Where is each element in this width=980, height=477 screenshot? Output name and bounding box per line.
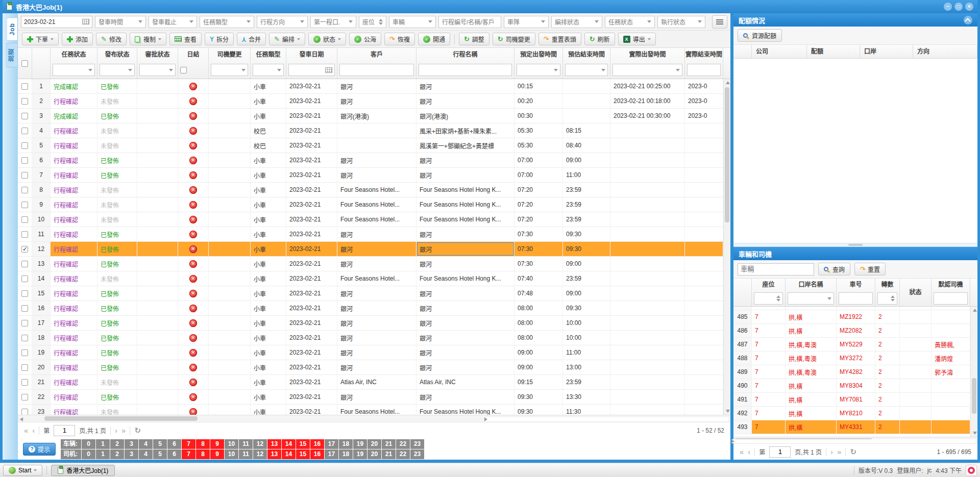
row-checkbox[interactable] bbox=[21, 231, 28, 238]
spin-up-icon[interactable] bbox=[891, 295, 895, 298]
filter-control-8[interactable]: 車隊 bbox=[504, 16, 549, 28]
row-checkbox[interactable] bbox=[21, 349, 28, 356]
filter-select[interactable] bbox=[53, 64, 95, 76]
spin-down-icon[interactable] bbox=[379, 22, 383, 25]
scroll-right-icon[interactable] bbox=[484, 417, 728, 421]
toolbar-button-10[interactable]: ↷恢複 bbox=[384, 33, 415, 45]
start-button[interactable]: Start bbox=[3, 465, 42, 476]
filter-control-7[interactable]: 行程編号/名稱/客戶 bbox=[438, 16, 501, 28]
table-row[interactable]: 11行程確認已發佈✕小車2023-02-21銀河銀河07:3009:30 bbox=[18, 227, 730, 242]
toolbar-button-15[interactable]: ↻刷新 bbox=[584, 33, 615, 45]
spin-down-icon[interactable] bbox=[776, 299, 780, 302]
spin-down-icon[interactable] bbox=[891, 299, 895, 302]
filter-control-1[interactable]: 發車截止 bbox=[149, 16, 197, 28]
prev-page-button[interactable]: ‹ bbox=[32, 426, 35, 435]
row-checkbox[interactable] bbox=[21, 305, 28, 312]
toolbar-button-13[interactable]: ↻司機變更 bbox=[493, 33, 535, 45]
filter-select[interactable] bbox=[517, 64, 560, 76]
toolbar-button-11[interactable]: ✓開通 bbox=[418, 33, 450, 45]
table-row[interactable]: 18行程確認已發佈✕小車2023-02-21銀河銀河08:0010:00 bbox=[18, 331, 730, 345]
filter-select[interactable] bbox=[211, 64, 248, 76]
horizontal-scrollbar[interactable] bbox=[18, 415, 730, 422]
row-checkbox[interactable] bbox=[21, 187, 28, 193]
calendar-icon[interactable] bbox=[82, 19, 89, 24]
table-row[interactable]: 12行程確認已發佈✕小車2023-02-21銀河銀河07:3009:30 bbox=[18, 242, 730, 257]
next-page-button[interactable]: › bbox=[115, 426, 117, 435]
table-row[interactable]: 13行程確認已發佈✕小車2023-02-21銀河銀河07:3009:00 bbox=[18, 257, 730, 271]
row-checkbox[interactable] bbox=[21, 394, 28, 400]
row-checkbox[interactable] bbox=[21, 157, 28, 164]
vehicle-search-button[interactable]: 查詢 bbox=[818, 263, 850, 275]
table-row[interactable]: 3完成確認已發佈✕小車2023-02-21銀河(港澳)銀河(港澳)00:3020… bbox=[18, 109, 730, 123]
table-row[interactable]: 1完成確認已發佈✕小車2023-02-21銀河銀河00:152023-02-21… bbox=[18, 79, 730, 94]
table-row[interactable]: 20行程確認已發佈✕小車2023-02-21銀河銀河09:0013:00 bbox=[18, 360, 730, 375]
toolbar-button-8[interactable]: ✓狀态 bbox=[308, 33, 346, 45]
vehicle-horizontal-scrollbar[interactable] bbox=[733, 437, 977, 443]
table-row[interactable]: 4887拱,橫,粵澳MY32722潘炳煌 bbox=[733, 352, 970, 365]
table-row[interactable]: 4937拱,橫MY43312 bbox=[733, 420, 970, 434]
filter-select[interactable] bbox=[139, 64, 176, 76]
toolbar-button-16[interactable]: X導出 bbox=[618, 33, 656, 45]
filter-input[interactable] bbox=[339, 64, 414, 76]
table-row[interactable]: 4867拱,橫MZ20822 bbox=[733, 324, 970, 338]
table-row[interactable]: 21行程確認未發佈✕小車2023-02-21Atlas Air, INCAtla… bbox=[18, 375, 730, 390]
toolbar-button-2[interactable]: ✎修改 bbox=[96, 33, 127, 45]
table-row[interactable]: 4行程確認未發佈✕校巴2023-02-21風采+田家炳+基新+陳朱素...05:… bbox=[18, 123, 730, 138]
filter-select[interactable] bbox=[253, 64, 284, 76]
taskbar-task-button[interactable]: 香港大巴Job(1) bbox=[51, 465, 115, 476]
vehicle-reset-button[interactable]: ↷ 重置 bbox=[854, 263, 886, 275]
row-checkbox[interactable] bbox=[21, 290, 28, 297]
first-page-button[interactable]: « bbox=[24, 426, 28, 435]
filter-input[interactable] bbox=[419, 64, 512, 76]
scroll-thumb[interactable] bbox=[44, 416, 198, 421]
scroll-up-icon[interactable] bbox=[726, 81, 730, 84]
filter-control-0[interactable]: 發車時間 bbox=[95, 16, 146, 28]
page-input[interactable] bbox=[769, 446, 791, 458]
filter-control-5[interactable]: 座位 bbox=[359, 16, 386, 28]
scroll-down-icon[interactable] bbox=[973, 432, 977, 435]
table-row[interactable]: 8行程確認未發佈✕小車2023-02-21Four Seasons Hotel.… bbox=[18, 183, 730, 197]
vfilter-input[interactable] bbox=[839, 292, 873, 305]
vehicle-vertical-scrollbar[interactable] bbox=[970, 307, 977, 437]
filter-control-4[interactable]: 第一程口. bbox=[310, 16, 356, 28]
table-row[interactable]: 5行程確認未發佈✕校巴2023-02-21鳳溪第一+鄧顯紀念+黃楚標05:300… bbox=[18, 138, 730, 153]
toolbar-button-6[interactable]: Y合并 bbox=[237, 33, 266, 45]
table-row[interactable]: 4857拱,橫MZ19222 bbox=[733, 310, 970, 324]
toolbar-button-12[interactable]: ↻調整 bbox=[459, 33, 489, 45]
grid-menu-button[interactable] bbox=[712, 15, 727, 29]
table-row[interactable]: 6行程確認已發佈✕小車2023-02-21銀河銀河07:0009:00 bbox=[18, 153, 730, 168]
table-row[interactable]: 4897拱,橫,粵澳MY42822郭予濤 bbox=[733, 365, 970, 379]
table-row[interactable]: 7行程確認已發佈✕小車2023-02-21銀河銀河07:0011:00 bbox=[18, 168, 730, 183]
row-checkbox[interactable] bbox=[21, 364, 28, 371]
row-checkbox[interactable] bbox=[21, 202, 28, 208]
row-checkbox[interactable] bbox=[21, 409, 28, 415]
row-checkbox[interactable] bbox=[21, 379, 28, 386]
first-page-button[interactable]: « bbox=[740, 447, 744, 456]
table-row[interactable]: 14行程確認未發佈✕小車2023-02-21Four Seasons Hotel… bbox=[18, 271, 730, 286]
row-checkbox[interactable] bbox=[21, 128, 28, 134]
refresh-icon[interactable]: ↻ bbox=[850, 447, 856, 457]
spin-up-icon[interactable] bbox=[379, 19, 383, 21]
toolbar-button-9[interactable]: ✓公海 bbox=[349, 33, 381, 45]
vfilter-spinner[interactable] bbox=[754, 292, 783, 305]
filter-control-11[interactable]: 執行狀态 bbox=[657, 16, 705, 28]
section-splitter[interactable] bbox=[733, 243, 977, 247]
filter-checkbox[interactable] bbox=[180, 67, 187, 73]
scroll-down-icon[interactable] bbox=[726, 410, 730, 413]
scroll-up-icon[interactable] bbox=[973, 309, 977, 312]
toolbar-button-3[interactable]: 複制 bbox=[130, 33, 166, 45]
row-checkbox[interactable] bbox=[21, 261, 28, 267]
table-row[interactable]: 23行程確認未發佈✕小車2023-02-21Four Seasons Hotel… bbox=[18, 405, 730, 415]
toolbar-button-7[interactable]: ✎編排 bbox=[269, 33, 305, 45]
table-row[interactable]: 22行程確認已發佈✕小車2023-02-21銀河銀河09:3013:30 bbox=[18, 390, 730, 405]
filter-select[interactable] bbox=[565, 64, 608, 76]
row-checkbox[interactable] bbox=[21, 275, 28, 282]
close-button[interactable]: × bbox=[965, 3, 973, 11]
filter-control-3[interactable]: 行程方向 bbox=[257, 16, 308, 28]
vertical-scrollbar[interactable] bbox=[723, 79, 730, 415]
table-row[interactable]: 4877拱,橫,粵澳MY52292黃勝楓, bbox=[733, 338, 970, 352]
toolbar-button-14[interactable]: ↷重置表頭 bbox=[538, 33, 581, 45]
sidebar-tab-1[interactable]: 旅遊 bbox=[6, 43, 18, 67]
row-checkbox[interactable] bbox=[21, 246, 28, 253]
page-input[interactable] bbox=[54, 425, 75, 436]
